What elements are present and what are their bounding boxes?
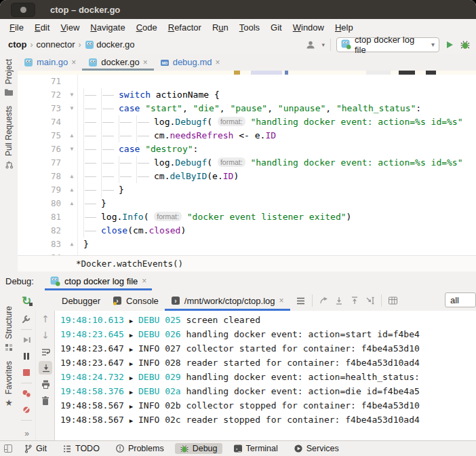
menu-git[interactable]: Git — [265, 21, 287, 34]
tool-window-button-project[interactable]: Project — [4, 59, 14, 96]
editor-tab-debug-md[interactable]: MDdebug.md× — [154, 54, 226, 71]
move-up-icon[interactable] — [350, 296, 359, 305]
restore-layout-icon[interactable] — [319, 296, 328, 305]
menu-run[interactable]: Run — [207, 21, 234, 34]
code-editor[interactable]: 7172▼switch actionName {73▼case "start",… — [18, 71, 476, 255]
left-strip-top: ProjectPull Requests — [0, 59, 18, 169]
resume-icon[interactable] — [20, 333, 33, 347]
fold-marker-icon[interactable]: ▼ — [66, 88, 77, 102]
tool-window-button-structure[interactable]: Structure — [4, 306, 14, 352]
fold-marker-icon[interactable] — [66, 75, 77, 88]
fold-marker-icon[interactable] — [66, 224, 77, 238]
console-actions-toolbar: ↑↓ — [35, 311, 55, 441]
debugger-tabs: Debugger›Console›/mnt/work/ctop/ctop.log… — [56, 290, 290, 311]
user-icon[interactable] — [305, 39, 316, 50]
line-number: 72 — [18, 88, 66, 102]
status-item-problems[interactable]: Problems — [111, 443, 169, 454]
clear-icon[interactable] — [39, 394, 52, 407]
rerun-icon[interactable]: ↻ — [22, 295, 31, 307]
status-item-git[interactable]: Git — [19, 443, 52, 454]
code-line: 78▲cm.delByID(e.ID) — [18, 170, 476, 183]
mute-breakpoints-icon[interactable] — [20, 403, 33, 417]
sticky-context-bar[interactable]: *Docker.watchEvents() — [18, 255, 476, 272]
fold-marker-icon[interactable]: ▲ — [66, 183, 77, 197]
scroll-to-end-icon[interactable] — [39, 361, 52, 375]
status-item-todo[interactable]: TODO — [58, 443, 104, 454]
stop-icon[interactable] — [20, 366, 33, 379]
menu-navigate[interactable]: Navigate — [85, 21, 130, 34]
fold-marker-icon[interactable] — [66, 115, 77, 129]
run-button[interactable] — [445, 40, 454, 50]
log-line: 19:48:58.567 ▶ INFO 02b collector stoppe… — [55, 398, 476, 413]
debug-session-tab[interactable]: ctop docker log file × — [45, 271, 152, 290]
debugger-tab-console[interactable]: ›Console — [106, 290, 165, 311]
down-arrow-icon[interactable]: ↓ — [39, 328, 52, 342]
folder-icon — [4, 88, 14, 96]
close-icon[interactable]: × — [71, 58, 76, 66]
tool-window-switcher-icon[interactable] — [3, 444, 13, 453]
soft-wrap-icon[interactable] — [39, 345, 52, 358]
jump-to-source-icon[interactable] — [365, 296, 375, 305]
menu-view[interactable]: View — [55, 21, 85, 34]
tool-window-button-pull-requests[interactable]: Pull Requests — [4, 106, 14, 169]
debugger-tab-bar: ↻ Debugger›Console›/mnt/work/ctop/ctop.l… — [18, 290, 476, 311]
fold-marker-icon[interactable] — [66, 156, 77, 170]
menu-refactor[interactable]: Refactor — [163, 21, 207, 34]
breadcrumb-item[interactable]: ctop — [8, 39, 26, 50]
log-output[interactable]: 19:48:10.613 ▶ DEBU 025 screen cleared19… — [54, 311, 476, 441]
console-icon: › — [171, 296, 180, 305]
fold-marker-icon[interactable] — [66, 210, 77, 224]
line-number: 73 — [18, 102, 66, 115]
debugger-tab-debugger[interactable]: Debugger — [56, 290, 106, 311]
fold-marker-icon[interactable]: ▲ — [66, 129, 77, 142]
fold-marker-icon[interactable]: ▼ — [66, 142, 77, 156]
print-icon[interactable] — [39, 377, 52, 391]
layout-grid-icon[interactable] — [388, 296, 398, 305]
breadcrumb-item[interactable]: docker.go — [85, 39, 135, 50]
status-item-debug[interactable]: Debug — [175, 443, 222, 454]
run-config-select[interactable]: ctop docker log file ▾ — [336, 37, 439, 52]
close-icon[interactable]: × — [279, 297, 283, 305]
settings-wrench-icon[interactable] — [20, 312, 33, 326]
line-number: 76 — [18, 142, 66, 156]
console-badge-icon: › — [113, 296, 122, 305]
status-item-terminal[interactable]: ›_Terminal — [229, 443, 283, 454]
user-dropdown-arrow[interactable]: ▾ — [321, 41, 325, 48]
pause-icon[interactable] — [20, 349, 33, 363]
code-line: 80▲} — [18, 197, 476, 210]
editor-tab-docker-go[interactable]: docker.go× — [82, 54, 153, 71]
status-bar-items: GitTODOProblemsDebug›_TerminalServices — [13, 443, 344, 454]
code-line: 83▲} — [18, 238, 476, 251]
move-down-icon[interactable] — [334, 296, 344, 305]
log-filter-select[interactable]: all — [445, 292, 476, 307]
menu-code[interactable]: Code — [131, 21, 163, 34]
status-item-services[interactable]: Services — [289, 443, 344, 454]
editor-tab-main-go[interactable]: main.go× — [18, 54, 82, 71]
up-arrow-icon[interactable]: ↑ — [39, 312, 52, 326]
close-icon[interactable]: × — [143, 58, 148, 66]
view-breakpoints-icon[interactable] — [20, 387, 33, 400]
debug-panel-header: Debug: ctop docker log file × — [0, 271, 476, 290]
fold-marker-icon[interactable]: ▲ — [66, 197, 77, 210]
menu-file[interactable]: File — [4, 21, 29, 34]
debug-session-label: ctop docker log file — [64, 276, 138, 286]
window-menu-button[interactable] — [11, 3, 35, 17]
menu-tools[interactable]: Tools — [234, 21, 265, 34]
fold-marker-icon[interactable]: ▲ — [66, 170, 77, 183]
menu-help[interactable]: Help — [330, 21, 359, 34]
menu-window[interactable]: Window — [287, 21, 330, 34]
code-line: 76▼case "destroy": — [18, 142, 476, 156]
more-actions-button[interactable]: » — [24, 429, 28, 438]
close-icon[interactable]: × — [215, 58, 220, 66]
code-line: 73▼case "start", "die", "pause", "unpaus… — [18, 102, 476, 115]
debug-button[interactable] — [460, 39, 471, 50]
hamburger-icon[interactable] — [296, 297, 306, 305]
close-icon[interactable]: × — [142, 277, 146, 285]
fold-marker-icon[interactable]: ▼ — [66, 102, 77, 115]
fold-marker-icon[interactable]: ▲ — [66, 238, 77, 251]
code-line: 79▲} — [18, 183, 476, 197]
breadcrumb-item[interactable]: connector — [36, 39, 75, 50]
debugger-tab--mnt-work-ctop-ctop-log[interactable]: ›/mnt/work/ctop/ctop.log× — [165, 290, 290, 311]
tool-window-button-favorites[interactable]: Favorites★ — [4, 361, 14, 407]
menu-edit[interactable]: Edit — [29, 21, 55, 34]
